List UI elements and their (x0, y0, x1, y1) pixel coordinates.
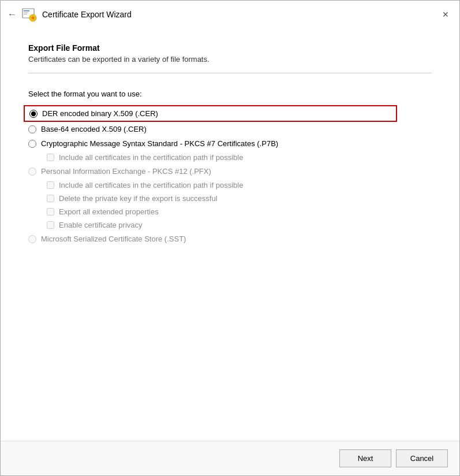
divider (28, 73, 432, 73)
label-pkcs7-include-all: Include all certificates in the certific… (59, 153, 243, 162)
radio-pfx[interactable] (28, 168, 36, 176)
checkbox-pfx-include-all[interactable] (47, 181, 54, 189)
certificate-icon (21, 6, 38, 23)
title-bar: ← Certificate Export Wizard ✕ (1, 1, 459, 27)
option-pkcs7-include-all[interactable]: Include all certificates in the certific… (47, 151, 432, 164)
content-area: Export File Format Certificates can be e… (1, 27, 459, 441)
label-pfx: Personal Information Exchange - PKCS #12… (41, 167, 211, 176)
label-der-encoded: DER encoded binary X.509 (.CER) (42, 109, 158, 118)
title-bar-left: ← Certificate Export Wizard (8, 6, 439, 23)
dialog-footer: Next Cancel (1, 441, 459, 475)
dialog-title: Certificate Export Wizard (42, 10, 132, 19)
label-base64-encoded: Base-64 encoded X.509 (.CER) (41, 125, 147, 133)
label-pfx-privacy: Enable certificate privacy (59, 221, 143, 229)
checkbox-pkcs7-include-all[interactable] (47, 154, 54, 161)
option-pfx[interactable]: Personal Information Exchange - PKCS #12… (28, 164, 432, 178)
next-button[interactable]: Next (339, 449, 391, 467)
label-sst: Microsoft Serialized Certificate Store (… (41, 235, 186, 243)
label-pkcs7: Cryptographic Message Syntax Standard - … (41, 139, 278, 148)
option-pfx-extended-properties[interactable]: Export all extended properties (47, 205, 432, 218)
radio-der-encoded[interactable] (29, 110, 38, 118)
radio-base64-encoded[interactable] (28, 125, 36, 133)
checkbox-pfx-privacy[interactable] (47, 221, 54, 229)
format-select-label: Select the format you want to use: (28, 90, 432, 98)
option-base64-encoded[interactable]: Base-64 encoded X.509 (.CER) (28, 122, 432, 136)
back-arrow-icon[interactable]: ← (8, 9, 17, 20)
certificate-export-wizard-dialog: ← Certificate Export Wizard ✕ Export Fil… (0, 0, 460, 476)
label-pfx-include-all: Include all certificates in the certific… (59, 181, 243, 189)
svg-rect-3 (24, 14, 27, 14)
option-pfx-enable-privacy[interactable]: Enable certificate privacy (47, 218, 432, 232)
section-title: Export File Format (28, 43, 432, 53)
checkbox-pfx-extended-props[interactable] (47, 208, 54, 215)
option-sst[interactable]: Microsoft Serialized Certificate Store (… (28, 232, 432, 246)
svg-rect-2 (24, 13, 28, 13)
option-pkcs7[interactable]: Cryptographic Message Syntax Standard - … (28, 136, 432, 151)
svg-rect-1 (24, 10, 29, 12)
radio-pkcs7[interactable] (28, 140, 36, 148)
label-pfx-extended-props: Export all extended properties (59, 207, 159, 216)
radio-sst[interactable] (28, 235, 36, 243)
format-options-group: DER encoded binary X.509 (.CER) Base-64 … (28, 105, 432, 246)
cancel-button[interactable]: Cancel (396, 449, 448, 467)
option-pfx-delete-private-key[interactable]: Delete the private key if the export is … (47, 192, 432, 205)
option-pfx-include-all[interactable]: Include all certificates in the certific… (47, 178, 432, 192)
section-description: Certificates can be exported in a variet… (28, 55, 432, 64)
label-pfx-delete-key: Delete the private key if the export is … (59, 194, 218, 203)
checkbox-pfx-delete-key[interactable] (47, 195, 54, 202)
option-der-encoded[interactable]: DER encoded binary X.509 (.CER) (24, 105, 397, 122)
close-button[interactable]: ✕ (439, 8, 452, 21)
